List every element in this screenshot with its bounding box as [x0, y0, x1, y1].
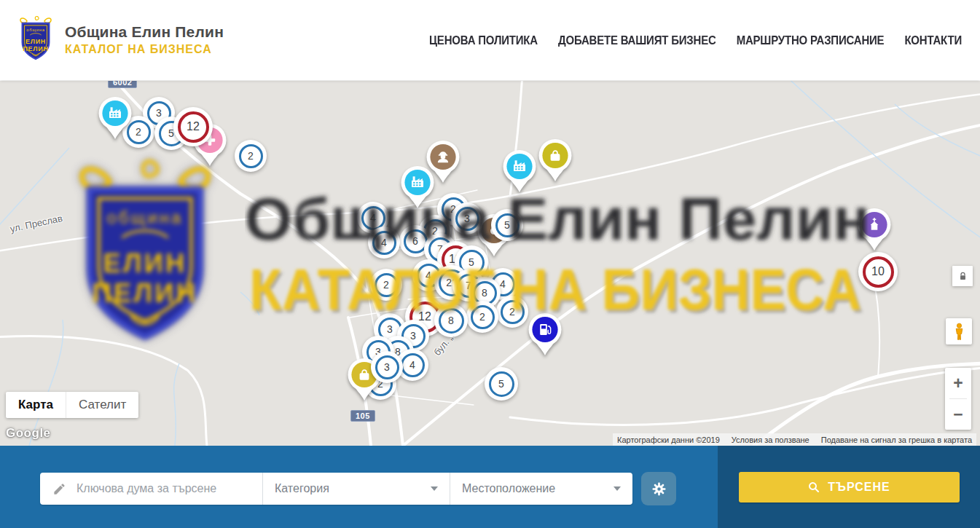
nav-route-schedule[interactable]: МАРШРУТНО РАЗПИСАНИЕ — [737, 34, 885, 47]
cluster-ring: 3 — [375, 355, 399, 379]
nav-pricing-policy[interactable]: ЦЕНОВА ПОЛИТИКА — [429, 34, 538, 47]
cluster-ring: 12 — [178, 111, 209, 143]
nav-contacts[interactable]: КОНТАКТИ — [904, 34, 962, 47]
cluster-count: 4 — [426, 269, 431, 281]
terms-of-use-link[interactable]: Условия за ползване — [732, 436, 810, 444]
cluster-marker[interactable]: 5 — [491, 209, 523, 241]
cluster-marker[interactable]: 10 — [858, 252, 898, 291]
bag-pin-icon — [538, 138, 573, 183]
cluster-marker[interactable]: 2 — [235, 140, 267, 172]
category-select[interactable]: Категория — [262, 473, 450, 505]
cluster-ring: 4 — [401, 353, 425, 377]
factory-pin-icon — [98, 95, 133, 141]
cluster-count: 2 — [383, 279, 389, 291]
factory-pin-icon — [400, 165, 435, 210]
map-type-control: Карта Сателит — [6, 392, 138, 418]
attribution-copyright: Картографски данни ©2019 — [617, 436, 720, 444]
main-nav: ЦЕНОВА ПОЛИТИКА ДОБАВЕТЕ ВАШИЯТ БИЗНЕС М… — [429, 0, 962, 80]
map[interactable]: 6002105ул. Преславбул. „Новосел 32512224… — [0, 81, 980, 446]
cluster-marker[interactable]: 8 — [434, 304, 468, 337]
location-select[interactable]: Местоположение — [450, 473, 632, 505]
municipal-emblem-icon: община ЕЛИН ПЕЛИН — [16, 15, 55, 64]
factory-pin[interactable] — [502, 149, 537, 194]
cluster-count: 3 — [387, 323, 393, 335]
report-map-error-link[interactable]: Подаване на сигнал за грешка в картата — [821, 436, 972, 444]
emblem-name-line2: ПЕЛИН — [23, 45, 48, 52]
cluster-marker[interactable]: 2 — [496, 296, 528, 328]
church-pin-icon — [857, 207, 892, 252]
cluster-count: 5 — [498, 378, 504, 390]
keyword-input[interactable] — [75, 481, 256, 496]
lock-icon — [957, 271, 968, 282]
zoom-control: + − — [945, 368, 971, 430]
site-title-block: Община Елин Пелин КАТАЛОГ НА БИЗНЕСА — [65, 23, 224, 56]
cluster-marker[interactable]: 2 — [466, 301, 498, 333]
fuel-pin[interactable] — [528, 312, 562, 357]
cluster-count: 4 — [370, 212, 376, 224]
street-view-lock-button[interactable] — [952, 266, 973, 286]
search-button-label: ТЪРСЕНЕ — [828, 481, 890, 494]
cluster-ring: 8 — [439, 308, 464, 334]
cluster-count: 3 — [410, 330, 416, 342]
cluster-count: 6 — [412, 235, 418, 247]
cluster-count: 2 — [136, 126, 141, 138]
cluster-count: 5 — [469, 256, 474, 268]
cluster-count: 3 — [464, 213, 470, 224]
zoom-out-button[interactable]: − — [945, 399, 971, 430]
cluster-ring: 5 — [489, 371, 514, 397]
cluster-count: 2 — [479, 311, 485, 323]
cluster-ring: 10 — [863, 256, 894, 288]
search-panel: Категория Местоположение — [0, 446, 980, 528]
cluster-count: 4 — [381, 237, 387, 248]
search-bar: Категория Местоположение — [40, 473, 632, 505]
emblem-top-text: община — [26, 28, 45, 32]
gear-icon — [651, 481, 667, 497]
zoom-in-button[interactable]: + — [945, 368, 971, 398]
site-subtitle: КАТАЛОГ НА БИЗНЕСА — [65, 43, 224, 56]
factory-pin[interactable] — [400, 165, 435, 210]
pegman-button[interactable] — [946, 318, 972, 344]
advanced-search-button[interactable] — [641, 472, 676, 505]
cluster-ring: 2 — [501, 300, 525, 324]
cluster-ring: 5 — [495, 213, 520, 237]
cluster-count: 8 — [448, 315, 454, 326]
cluster-marker[interactable]: 3 — [371, 351, 403, 383]
pencil-icon — [52, 482, 66, 496]
search-submit-panel: ТЪРСЕНЕ — [718, 446, 980, 528]
keyword-section — [40, 473, 262, 505]
header: община ЕЛИН ПЕЛИН Община Елин Пелин КАТА… — [0, 0, 980, 80]
cluster-count: 12 — [187, 120, 200, 133]
search-button[interactable]: ТЪРСЕНЕ — [739, 472, 960, 503]
site-logo[interactable]: община ЕЛИН ПЕЛИН Община Елин Пелин КАТА… — [16, 15, 224, 64]
cluster-marker[interactable]: 2 — [370, 269, 402, 301]
map-type-satellite-button[interactable]: Сателит — [66, 392, 138, 418]
cluster-count: 4 — [500, 278, 506, 290]
factory-pin[interactable] — [98, 95, 133, 141]
google-logo[interactable]: Google — [6, 426, 51, 441]
map-attribution: Картографски данни ©2019 Условия за полз… — [613, 433, 976, 446]
site-title: Община Елин Пелин — [65, 23, 224, 41]
cluster-count: 5 — [504, 219, 510, 231]
cluster-count: 4 — [409, 359, 415, 371]
category-label: Категория — [275, 482, 329, 495]
bag-pin[interactable] — [538, 138, 573, 183]
cluster-marker[interactable]: 12 — [173, 107, 213, 146]
search-icon — [807, 481, 820, 494]
factory-pin-icon — [502, 149, 537, 194]
map-type-map-button[interactable]: Карта — [6, 392, 66, 418]
cluster-marker[interactable]: 5 — [485, 367, 518, 401]
nav-add-business[interactable]: ДОБАВЕТЕ ВАШИЯТ БИЗНЕС — [558, 34, 716, 47]
cluster-count: 3 — [156, 107, 162, 119]
cluster-count: 3 — [384, 361, 390, 373]
cluster-ring: 2 — [471, 305, 495, 329]
location-label: Местоположение — [462, 482, 555, 495]
cluster-ring: 4 — [372, 231, 396, 255]
emblem-name-line1: ЕЛИН — [26, 38, 46, 45]
church-pin[interactable] — [857, 207, 892, 252]
fuel-pin-icon — [528, 312, 562, 357]
cluster-marker[interactable]: 4 — [368, 226, 400, 259]
cluster-ring: 2 — [239, 144, 263, 168]
cluster-ring: 2 — [375, 273, 399, 297]
page: община ЕЛИН ПЕЛИН Община Елин Пелин КАТА… — [0, 0, 980, 528]
chevron-down-icon — [431, 486, 438, 491]
